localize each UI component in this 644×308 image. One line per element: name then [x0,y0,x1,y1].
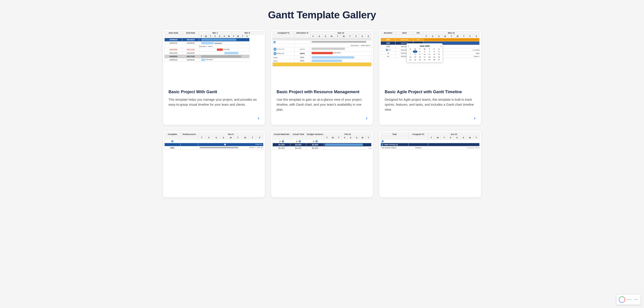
card-body-3: Basic Agile Project with Gantt Timeline … [379,84,481,125]
card-title-3: Basic Agile Project with Gantt Timeline [385,89,476,95]
card-body-6 [379,185,481,197]
card-preview-3: Duration Start Fin May 31 FSSMTWTFS 20d … [379,30,481,84]
card-title-1: Basic Project With Gantt [168,89,259,95]
card-body-1: Basic Project With Gantt This template h… [163,84,265,125]
card-basic-gantt: Start Date End Date Mar 1 Mar 8 TWTFSSM … [163,30,265,125]
card-agile-gantt: Duration Start Fin May 31 FSSMTWTFS 20d … [379,30,481,125]
card-desc-1: This template helps you manage your proj… [168,97,259,112]
card-preview-1: Start Date End Date Mar 1 Mar 8 TWTFSSM … [163,30,265,84]
card-desc-2: Use this template to gain an at-a-glance… [276,97,368,112]
card-complete: Complete Predecessors Nov 8 TFSSMTWTF i [163,131,265,197]
card-preview-6: Task Assigned To Jun 23 TWTFSSMT i [379,131,481,185]
card-resource-mgmt: Assigned To Allocation % Sep 13 FSSMTWTF… [271,30,373,125]
privacy-link[interactable]: Privacy [626,299,632,300]
card-desc-3: Designed for Agile project teams, this t… [385,97,476,112]
card-body-5 [271,185,373,197]
card-arrow-2[interactable]: › [276,115,368,121]
calendar-popup: ‹ June 2020 › SMTWTFS 31123456 789101112… [406,43,443,63]
card-preview-4: Complete Predecessors Nov 8 TFSSMTWTF i [163,131,265,185]
card-preview-2: Assigned To Allocation % Sep 13 FSSMTWTF… [271,30,373,84]
card-arrow-1[interactable]: › [168,115,259,121]
card-preview-5: Actual Materials Actual Total Budget Var… [271,131,373,185]
card-arrow-3[interactable]: › [385,115,476,121]
recaptcha-badge: Privacy - Terms [616,294,641,305]
terms-link[interactable]: Terms [634,299,638,300]
recaptcha-icon [619,297,625,303]
page-title: Gantt Template Gallery [14,9,630,21]
card-budget: Actual Materials Actual Total Budget Var… [271,131,373,197]
card-title-2: Basic Project with Resource Management [276,89,368,95]
card-task: Task Assigned To Jun 23 TWTFSSMT i [379,131,481,197]
card-body-4 [163,185,265,197]
recaptcha-text: Privacy - Terms [626,299,638,301]
card-body-2: Basic Project with Resource Management U… [271,84,373,125]
gallery-grid: Start Date End Date Mar 1 Mar 8 TWTFSSM … [163,30,481,197]
